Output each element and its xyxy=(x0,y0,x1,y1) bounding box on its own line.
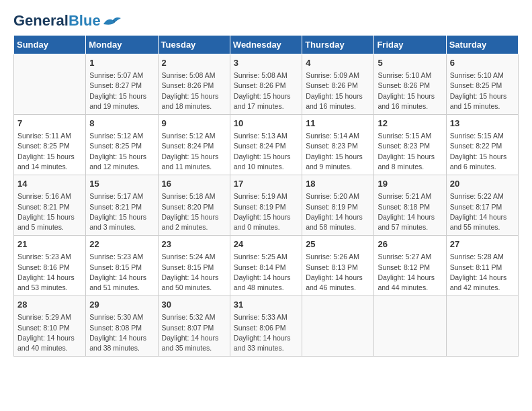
weekday-header-saturday: Saturday xyxy=(446,36,518,54)
calendar-week-4: 21Sunrise: 5:23 AM Sunset: 8:16 PM Dayli… xyxy=(14,236,519,296)
day-info: Sunrise: 5:07 AM Sunset: 8:27 PM Dayligh… xyxy=(89,71,154,111)
weekday-header-sunday: Sunday xyxy=(14,36,86,54)
day-info: Sunrise: 5:18 AM Sunset: 8:20 PM Dayligh… xyxy=(162,191,226,232)
day-number: 23 xyxy=(162,238,226,250)
day-info: Sunrise: 5:30 AM Sunset: 8:08 PM Dayligh… xyxy=(89,312,154,353)
day-number: 31 xyxy=(234,299,298,311)
calendar-cell: 4Sunrise: 5:09 AM Sunset: 8:26 PM Daylig… xyxy=(302,54,374,115)
day-number: 10 xyxy=(234,118,298,130)
day-info: Sunrise: 5:32 AM Sunset: 8:07 PM Dayligh… xyxy=(162,312,226,353)
weekday-header-row: SundayMondayTuesdayWednesdayThursdayFrid… xyxy=(14,36,519,54)
day-info: Sunrise: 5:08 AM Sunset: 8:26 PM Dayligh… xyxy=(234,71,298,111)
calendar-cell: 17Sunrise: 5:19 AM Sunset: 8:19 PM Dayli… xyxy=(230,175,302,236)
calendar-table: SundayMondayTuesdayWednesdayThursdayFrid… xyxy=(13,35,519,357)
calendar-cell: 10Sunrise: 5:13 AM Sunset: 8:24 PM Dayli… xyxy=(230,115,302,175)
day-number: 19 xyxy=(378,178,442,190)
day-info: Sunrise: 5:19 AM Sunset: 8:19 PM Dayligh… xyxy=(234,191,298,232)
day-number: 29 xyxy=(89,299,154,311)
weekday-header-thursday: Thursday xyxy=(302,36,374,54)
calendar-cell: 3Sunrise: 5:08 AM Sunset: 8:26 PM Daylig… xyxy=(230,54,302,115)
calendar-cell: 11Sunrise: 5:14 AM Sunset: 8:23 PM Dayli… xyxy=(302,115,374,175)
logo-bird-icon xyxy=(102,15,122,27)
calendar-cell: 28Sunrise: 5:29 AM Sunset: 8:10 PM Dayli… xyxy=(14,296,86,357)
day-info: Sunrise: 5:23 AM Sunset: 8:16 PM Dayligh… xyxy=(17,252,82,293)
calendar-cell: 25Sunrise: 5:26 AM Sunset: 8:13 PM Dayli… xyxy=(302,236,374,296)
day-number: 17 xyxy=(234,178,298,190)
calendar-cell: 1Sunrise: 5:07 AM Sunset: 8:27 PM Daylig… xyxy=(86,54,158,115)
day-number: 20 xyxy=(450,178,515,190)
day-number: 5 xyxy=(378,57,442,69)
day-number: 12 xyxy=(378,118,442,130)
day-number: 6 xyxy=(450,57,515,69)
weekday-header-wednesday: Wednesday xyxy=(230,36,302,54)
day-number: 27 xyxy=(450,238,515,250)
day-number: 13 xyxy=(450,118,515,130)
day-number: 21 xyxy=(17,238,82,250)
weekday-header-monday: Monday xyxy=(86,36,158,54)
calendar-cell: 18Sunrise: 5:20 AM Sunset: 8:19 PM Dayli… xyxy=(302,175,374,236)
calendar-header: SundayMondayTuesdayWednesdayThursdayFrid… xyxy=(14,36,519,54)
day-info: Sunrise: 5:21 AM Sunset: 8:18 PM Dayligh… xyxy=(378,191,442,232)
day-info: Sunrise: 5:20 AM Sunset: 8:19 PM Dayligh… xyxy=(306,191,370,232)
logo-text: GeneralBlue xyxy=(13,13,101,28)
calendar-cell: 20Sunrise: 5:22 AM Sunset: 8:17 PM Dayli… xyxy=(446,175,518,236)
calendar-cell: 27Sunrise: 5:28 AM Sunset: 8:11 PM Dayli… xyxy=(446,236,518,296)
day-info: Sunrise: 5:13 AM Sunset: 8:24 PM Dayligh… xyxy=(234,131,298,172)
calendar-cell: 6Sunrise: 5:10 AM Sunset: 8:25 PM Daylig… xyxy=(446,54,518,115)
day-number: 8 xyxy=(89,118,154,130)
calendar-cell: 16Sunrise: 5:18 AM Sunset: 8:20 PM Dayli… xyxy=(158,175,230,236)
calendar-week-1: 1Sunrise: 5:07 AM Sunset: 8:27 PM Daylig… xyxy=(14,54,519,115)
calendar-cell: 5Sunrise: 5:10 AM Sunset: 8:26 PM Daylig… xyxy=(374,54,446,115)
day-number: 16 xyxy=(162,178,226,190)
weekday-header-friday: Friday xyxy=(374,36,446,54)
day-info: Sunrise: 5:23 AM Sunset: 8:15 PM Dayligh… xyxy=(89,252,154,293)
day-info: Sunrise: 5:28 AM Sunset: 8:11 PM Dayligh… xyxy=(450,252,515,293)
logo: GeneralBlue xyxy=(13,13,122,28)
day-number: 4 xyxy=(306,57,370,69)
calendar-cell: 15Sunrise: 5:17 AM Sunset: 8:21 PM Dayli… xyxy=(86,175,158,236)
day-number: 22 xyxy=(89,238,154,250)
day-info: Sunrise: 5:15 AM Sunset: 8:22 PM Dayligh… xyxy=(450,131,515,172)
day-number: 26 xyxy=(378,238,442,250)
calendar-cell: 31Sunrise: 5:33 AM Sunset: 8:06 PM Dayli… xyxy=(230,296,302,357)
calendar-cell xyxy=(302,296,374,357)
day-number: 25 xyxy=(306,238,370,250)
day-info: Sunrise: 5:26 AM Sunset: 8:13 PM Dayligh… xyxy=(306,252,370,293)
day-info: Sunrise: 5:09 AM Sunset: 8:26 PM Dayligh… xyxy=(306,71,370,111)
day-info: Sunrise: 5:16 AM Sunset: 8:21 PM Dayligh… xyxy=(17,191,82,232)
calendar-cell: 19Sunrise: 5:21 AM Sunset: 8:18 PM Dayli… xyxy=(374,175,446,236)
day-info: Sunrise: 5:12 AM Sunset: 8:24 PM Dayligh… xyxy=(162,131,226,172)
calendar-cell xyxy=(374,296,446,357)
calendar-cell xyxy=(446,296,518,357)
day-info: Sunrise: 5:10 AM Sunset: 8:25 PM Dayligh… xyxy=(450,71,515,111)
day-number: 15 xyxy=(89,178,154,190)
calendar-cell: 14Sunrise: 5:16 AM Sunset: 8:21 PM Dayli… xyxy=(14,175,86,236)
day-info: Sunrise: 5:15 AM Sunset: 8:23 PM Dayligh… xyxy=(378,131,442,172)
calendar-cell: 24Sunrise: 5:25 AM Sunset: 8:14 PM Dayli… xyxy=(230,236,302,296)
day-number: 11 xyxy=(306,118,370,130)
day-info: Sunrise: 5:22 AM Sunset: 8:17 PM Dayligh… xyxy=(450,191,515,232)
weekday-header-tuesday: Tuesday xyxy=(158,36,230,54)
day-number: 14 xyxy=(17,178,82,190)
day-info: Sunrise: 5:14 AM Sunset: 8:23 PM Dayligh… xyxy=(306,131,370,172)
calendar-week-5: 28Sunrise: 5:29 AM Sunset: 8:10 PM Dayli… xyxy=(14,296,519,357)
day-info: Sunrise: 5:29 AM Sunset: 8:10 PM Dayligh… xyxy=(17,312,82,353)
calendar-cell: 30Sunrise: 5:32 AM Sunset: 8:07 PM Dayli… xyxy=(158,296,230,357)
calendar-cell: 22Sunrise: 5:23 AM Sunset: 8:15 PM Dayli… xyxy=(86,236,158,296)
calendar-cell: 2Sunrise: 5:08 AM Sunset: 8:26 PM Daylig… xyxy=(158,54,230,115)
day-info: Sunrise: 5:25 AM Sunset: 8:14 PM Dayligh… xyxy=(234,252,298,293)
day-number: 9 xyxy=(162,118,226,130)
day-info: Sunrise: 5:24 AM Sunset: 8:15 PM Dayligh… xyxy=(162,252,226,293)
day-info: Sunrise: 5:10 AM Sunset: 8:26 PM Dayligh… xyxy=(378,71,442,111)
calendar-cell xyxy=(14,54,86,115)
day-info: Sunrise: 5:08 AM Sunset: 8:26 PM Dayligh… xyxy=(162,71,226,111)
calendar-cell: 7Sunrise: 5:11 AM Sunset: 8:25 PM Daylig… xyxy=(14,115,86,175)
calendar-cell: 8Sunrise: 5:12 AM Sunset: 8:25 PM Daylig… xyxy=(86,115,158,175)
day-info: Sunrise: 5:11 AM Sunset: 8:25 PM Dayligh… xyxy=(17,131,82,172)
header: GeneralBlue xyxy=(13,13,519,28)
day-info: Sunrise: 5:17 AM Sunset: 8:21 PM Dayligh… xyxy=(89,191,154,232)
calendar-cell: 21Sunrise: 5:23 AM Sunset: 8:16 PM Dayli… xyxy=(14,236,86,296)
calendar-body: 1Sunrise: 5:07 AM Sunset: 8:27 PM Daylig… xyxy=(14,54,519,357)
day-number: 7 xyxy=(17,118,82,130)
day-number: 30 xyxy=(162,299,226,311)
